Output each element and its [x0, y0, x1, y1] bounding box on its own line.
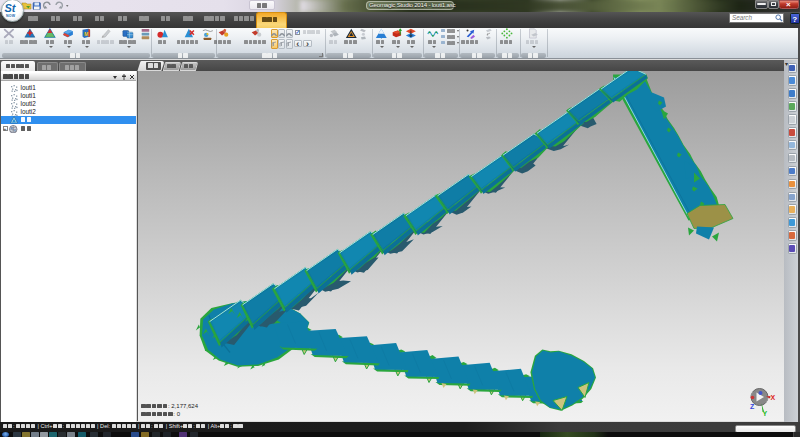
svg-text:X: X: [771, 394, 776, 401]
svg-text:Y: Y: [763, 410, 768, 417]
svg-text:M: M: [85, 31, 89, 37]
svg-text:Z: Z: [750, 403, 755, 410]
